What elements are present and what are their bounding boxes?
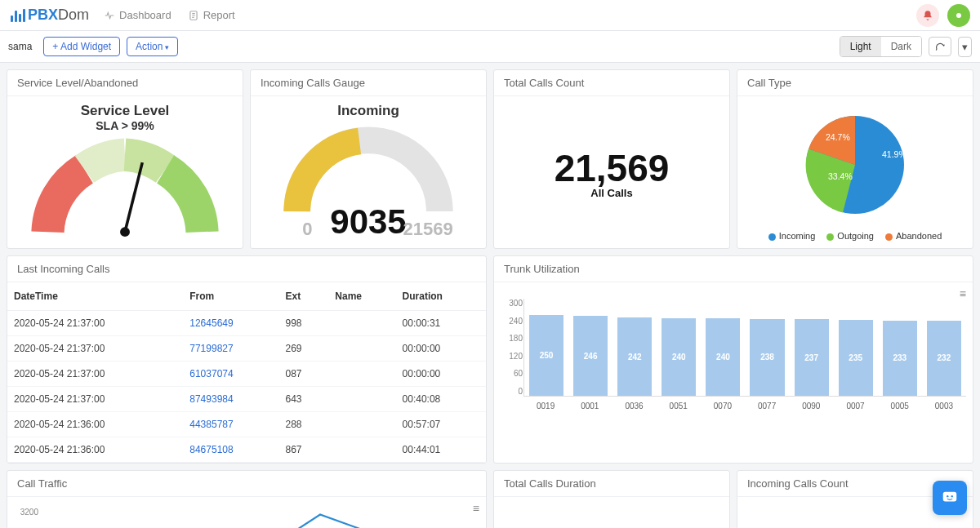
theme-light[interactable]: Light xyxy=(840,37,881,56)
widget-call-type: Call Type 41.9% 33.4% 24.7% Incoming Out… xyxy=(737,69,973,249)
table-row: 2020-05-24 21:37:008749398464300:40:08 xyxy=(7,387,486,412)
widget-trunk-util: Trunk Utilization ≡ 300240180120600 2502… xyxy=(493,255,973,464)
theme-dark[interactable]: Dark xyxy=(881,37,921,56)
widget-last-calls: Last Incoming Calls DateTime From Ext Na… xyxy=(7,255,487,464)
widget-title: Call Traffic xyxy=(7,471,486,497)
widget-service-level: Service Level/Abandoned Service Level SL… xyxy=(7,69,243,249)
widget-call-traffic: Call Traffic ≡ 3200 2400 1600 800 xyxy=(7,470,487,528)
from-link[interactable]: 77199827 xyxy=(183,336,278,362)
svg-point-9 xyxy=(951,495,953,497)
table-row: 2020-05-24 21:37:007719982726900:00:00 xyxy=(7,336,486,362)
metric-label: All Calls xyxy=(590,187,632,199)
nav-report-label: Report xyxy=(203,9,235,21)
gauge-max: 21569 xyxy=(403,219,453,240)
col-duration[interactable]: Duration xyxy=(396,282,486,311)
widget-title: Call Type xyxy=(737,70,973,96)
theme-toggle: Light Dark xyxy=(840,36,922,57)
traffic-line-chart: 3200 2400 1600 800 xyxy=(42,512,479,528)
gauge-value: 9035 xyxy=(330,202,406,242)
refresh-icon xyxy=(934,41,946,52)
notifications-button[interactable] xyxy=(916,4,939,27)
service-gauge-chart xyxy=(27,135,223,242)
calls-table: DateTime From Ext Name Duration 2020-05-… xyxy=(7,282,486,463)
widget-title: Total Calls Duration xyxy=(494,471,729,497)
table-row: 2020-05-24 21:36:008467510886700:44:01 xyxy=(7,437,486,463)
widget-title: Incoming Calls Gauge xyxy=(251,70,486,96)
table-row: 2020-05-24 21:37:001264564999800:00:31 xyxy=(7,311,486,336)
from-link[interactable]: 12645649 xyxy=(183,311,278,336)
svg-line-1 xyxy=(125,162,142,232)
widget-title: Total Calls Count xyxy=(494,70,729,96)
widget-title: Service Level/Abandoned xyxy=(7,70,243,96)
nav-report[interactable]: Report xyxy=(188,9,235,21)
svg-text:41.9%: 41.9% xyxy=(882,149,906,159)
trunk-bar-chart: 300240180120600 250246242240240238237235… xyxy=(523,299,966,397)
col-from[interactable]: From xyxy=(183,282,278,311)
chat-button[interactable] xyxy=(933,481,967,515)
document-icon xyxy=(188,10,199,21)
col-ext[interactable]: Ext xyxy=(278,282,328,311)
nav-dashboard[interactable]: Dashboard xyxy=(104,9,172,21)
widget-incoming-gauge: Incoming Calls Gauge Incoming 0 9035 215… xyxy=(250,69,487,249)
col-datetime[interactable]: DateTime xyxy=(7,282,183,311)
table-row: 2020-05-24 21:37:006103707408700:00:00 xyxy=(7,362,486,387)
widget-total-calls: Total Calls Count 21,569 All Calls xyxy=(493,69,730,249)
from-link[interactable]: 84675108 xyxy=(183,437,278,463)
user-avatar[interactable] xyxy=(947,4,970,27)
call-type-pie-chart: 41.9% 33.4% 24.7% xyxy=(790,104,920,226)
svg-point-2 xyxy=(120,227,130,237)
table-row: 2020-05-24 21:36:004438578728800:57:07 xyxy=(7,412,486,437)
widget-total-duration: Total Calls Duration 8015:16:03 All Call… xyxy=(493,470,730,528)
logo[interactable]: PBXDom xyxy=(10,7,89,24)
svg-text:24.7%: 24.7% xyxy=(826,132,850,142)
nav-dashboard-label: Dashboard xyxy=(119,9,172,21)
gauge-heading: Service Level xyxy=(81,103,170,119)
col-name[interactable]: Name xyxy=(328,282,395,311)
pie-legend: Incoming Outgoing Abandoned xyxy=(768,231,942,241)
add-widget-button[interactable]: + Add Widget xyxy=(43,37,120,56)
refresh-button[interactable] xyxy=(929,37,951,56)
action-dropdown[interactable]: Action xyxy=(127,37,178,56)
gauge-heading: Incoming xyxy=(257,103,479,119)
bell-icon xyxy=(922,10,933,21)
svg-point-8 xyxy=(947,495,948,497)
breadcrumb: sama xyxy=(8,41,32,52)
pulse-icon xyxy=(104,10,115,21)
svg-text:33.4%: 33.4% xyxy=(828,171,853,181)
chat-icon xyxy=(941,489,959,507)
refresh-menu[interactable]: ▾ xyxy=(958,37,972,57)
widget-title: Trunk Utilization xyxy=(494,256,973,282)
from-link[interactable]: 44385787 xyxy=(183,412,278,437)
from-link[interactable]: 87493984 xyxy=(183,387,278,412)
gauge-subheading: SLA > 99% xyxy=(96,119,154,132)
from-link[interactable]: 61037074 xyxy=(183,362,278,387)
widget-title: Last Incoming Calls xyxy=(7,256,486,282)
metric-value: 21,569 xyxy=(555,146,670,190)
